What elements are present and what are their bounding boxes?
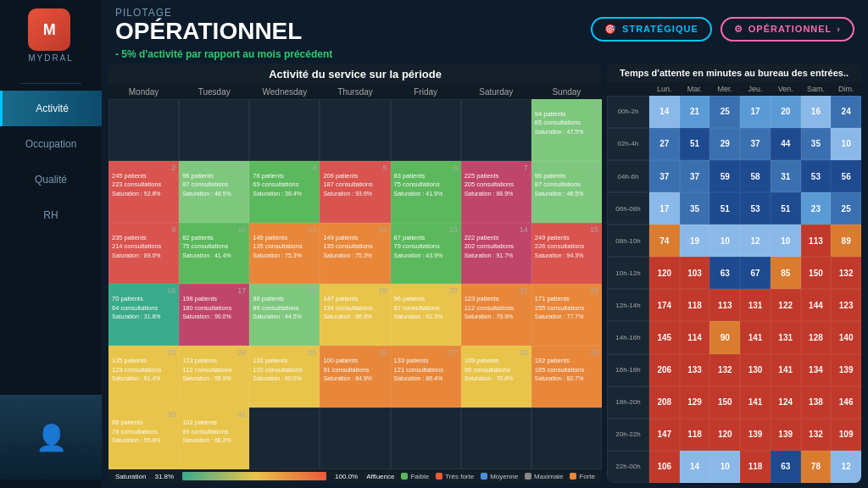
day-number: 7 [524,164,528,172]
saturation-value: Saturation : 66.8% [323,313,387,321]
time-label: 04h-6h [607,160,649,192]
wait-row: 14h-16h14511490141131128140 [607,321,861,353]
time-label: 16h-18h [607,354,649,386]
sidebar-item-rh[interactable]: RH [0,197,102,233]
wait-value: 122 [771,289,801,321]
consult-count: 75 consultations [182,242,246,252]
saturation-value: Saturation : 55.9% [182,374,246,383]
day-number: 3 [242,164,246,172]
moyenne-label: Moyenne [490,473,518,480]
saturation-value: Saturation : 47.5% [535,128,598,136]
saturation-value: Saturation : 61.4% [112,374,175,383]
day-number: 26 [379,348,387,357]
cell-info: 100 patients 91 consultations Saturation… [323,357,387,383]
wait-value: 139 [740,419,771,451]
consult-count: 120 consultations [253,366,316,375]
cell-info: 96 patients 87 consultations Saturation … [394,295,458,321]
cell-info: 149 patients 135 consultations Saturatio… [253,234,316,260]
consult-count: 89 consultations [253,304,316,313]
cell-info: 235 patients 214 consultations Saturatio… [112,234,175,260]
patients-count: 235 patients [112,234,175,243]
target-icon: 🎯 [604,24,617,35]
wait-value: 174 [649,289,680,321]
cell-info: 76 patients 69 consultations Saturation … [253,172,316,198]
maximale-label: Maximale [534,473,563,480]
subtitle-text: d'activité par rapport au mois précédent [139,48,332,60]
saturation-value: Saturation : 41.4% [182,252,246,260]
time-label: 12h-14h [607,289,649,321]
patients-count: 102 patients [182,419,246,428]
saturation-value: Saturation : 84.9% [323,374,387,383]
cell-info: 249 patients 226 consultations Saturatio… [535,234,598,260]
wait-value: 56 [831,160,861,192]
cell-info: 206 patients 187 consultations Saturatio… [323,172,387,198]
day-number: 5 [383,164,387,172]
legend-moyenne: Moyenne [481,473,518,480]
saturation-value: Saturation : 66.2% [182,436,246,445]
consult-count: 135 consultations [323,242,387,252]
consult-count: 112 consultations [465,304,528,313]
faible-label: Faible [410,473,429,480]
saturation-value: Saturation : 82.7% [535,374,598,383]
wait-row: 02h-4h27512937443510 [607,128,861,160]
wait-value: 10 [831,128,861,160]
calendar-cell: 24 123 patients 112 consultations Satura… [179,346,249,408]
sidebar-item-activite[interactable]: Activité [0,91,102,126]
wait-header-row: Lun. Mar. Mer. Jeu. Ven. Sam. Dim. [607,82,861,96]
saturation-value: Saturation : 86.4% [394,374,458,383]
cell-info: 245 patients 223 consultations Saturatio… [112,172,175,198]
col-monday: Monday [108,85,179,99]
wait-row: 16h-18h206133132130141134139 [607,354,861,386]
day-number: 31 [237,410,246,419]
cell-info: 96 patients 87 consultations Saturation … [535,172,598,198]
wait-value: 146 [831,386,861,419]
wait-value: 123 [831,289,861,321]
strategique-button[interactable]: 🎯 STRATÉGIQUE [591,17,712,42]
saturation-value: Saturation : 55.8% [112,436,175,445]
patients-count: 76 patients [253,172,316,181]
maximale-dot [525,473,531,480]
wait-value: 74 [649,225,680,257]
wait-value: 19 [680,225,710,257]
cell-info: 198 patients 180 consultations Saturatio… [182,295,246,321]
sidebar: M MYDRAL Activité Occupation Qualité RH … [0,0,102,488]
wait-value: 21 [680,96,710,128]
patients-count: 182 patients [535,357,598,366]
time-label: 06h-08h [607,192,649,225]
legend-faible: Faible [401,473,429,480]
cell-info: 135 patients 123 consultations Saturatio… [112,357,175,383]
sidebar-item-occupation[interactable]: Occupation [0,126,102,162]
wait-value: 37 [680,160,710,192]
operationnel-button[interactable]: ⚙ OPÉRATIONNEL › [721,17,854,42]
patients-count: 222 patients [465,234,528,243]
calendar-cell [320,99,390,161]
wait-mer: Mer. [709,82,740,96]
col-wednesday: Wednesday [249,85,320,99]
wait-value: 25 [831,192,861,225]
cell-info: 132 patients 120 consultations Saturatio… [253,357,316,383]
wait-value: 129 [680,386,710,419]
forte-label: Forte [579,473,595,480]
profile-placeholder: 👤 [0,395,102,480]
sidebar-item-qualite[interactable]: Qualité [0,162,102,197]
day-number: 18 [308,286,316,295]
wait-dim: Dim. [831,82,861,96]
wait-value: 24 [831,96,861,128]
calendar-cell [179,99,249,161]
calendar-cell: 5 206 patients 187 consultations Saturat… [320,161,390,223]
day-number: 16 [167,286,175,295]
day-number: 24 [237,348,246,357]
content-area: Activité du service sur la période Monda… [102,64,868,488]
saturation-value: Saturation : 75.3% [323,252,387,260]
time-label: 18h-20h [607,386,649,419]
patients-count: 100 patients [323,357,387,366]
day-number: 6 [453,164,458,172]
wait-value: 118 [740,451,771,483]
calendar-cell: 4 76 patients 69 consultations Saturatio… [249,161,320,223]
calendar-header: Monday Tuesday Wednesday Thursday Friday… [108,85,602,99]
wait-value: 139 [771,419,801,451]
sidebar-divider [20,83,81,84]
wait-value: 138 [801,386,832,419]
patients-count: 133 patients [394,357,458,366]
wait-value: 208 [649,386,680,419]
